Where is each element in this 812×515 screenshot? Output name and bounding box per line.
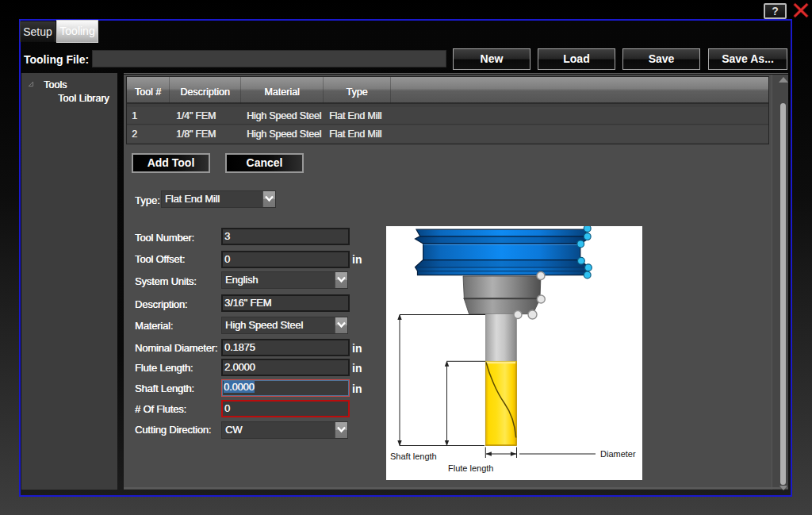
svg-text:Diameter: Diameter <box>600 449 636 459</box>
svg-text:Flute length: Flute length <box>448 463 493 473</box>
svg-text:Shaft length: Shaft length <box>390 452 437 461</box>
